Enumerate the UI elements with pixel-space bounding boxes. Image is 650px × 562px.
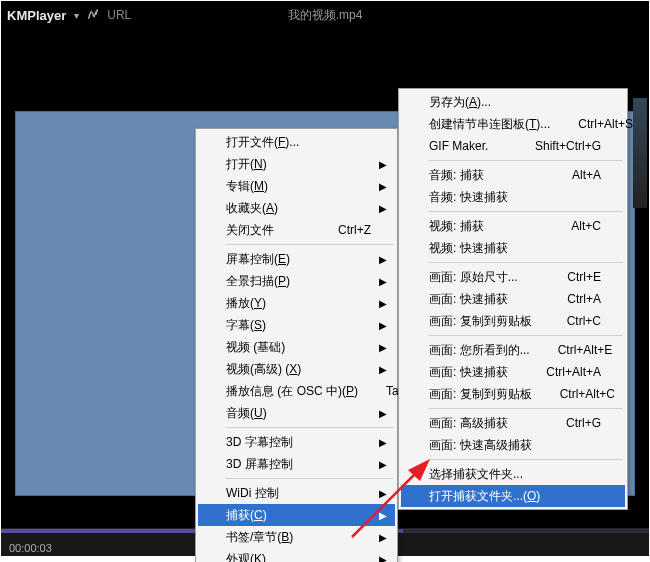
capture-menu-item-12[interactable]: 画面: 复制到剪贴板Ctrl+C [401,310,625,332]
main-menu-item-18[interactable]: WiDi 控制▶ [198,482,395,504]
menu-item-shortcut: Ctrl+Alt+E [530,343,613,357]
submenu-arrow-icon: ▶ [379,437,387,448]
capture-menu-item-8[interactable]: 视频: 快速捕获 [401,237,625,259]
main-menu-item-15[interactable]: 3D 字幕控制▶ [198,431,395,453]
submenu-arrow-icon: ▶ [379,364,387,375]
capture-menu-item-4[interactable]: 音频: 捕获Alt+A [401,164,625,186]
submenu-arrow-icon: ▶ [379,532,387,543]
capture-menu-item-7[interactable]: 视频: 捕获Alt+C [401,215,625,237]
menu-item-label: GIF Maker. [429,139,488,153]
menu-item-label: 字幕(S) [226,317,266,334]
main-menu-item-9[interactable]: 字幕(S)▶ [198,314,395,336]
context-menu-capture: 另存为(A)...创建情节串连图板(T)...Ctrl+Alt+SGIF Mak… [398,88,628,510]
capture-menu-item-21[interactable]: 选择捕获文件夹... [401,463,625,485]
menu-item-shortcut: Alt+C [543,219,601,233]
submenu-arrow-icon: ▶ [379,203,387,214]
capture-menu-item-1[interactable]: 创建情节串连图板(T)...Ctrl+Alt+S [401,113,625,135]
main-menu-item-4[interactable]: 关闭文件Ctrl+Z [198,219,395,241]
submenu-arrow-icon: ▶ [379,159,387,170]
main-menu-item-2[interactable]: 专辑(M)▶ [198,175,395,197]
capture-menu-item-19[interactable]: 画面: 快速高级捕获 [401,434,625,456]
menu-item-shortcut: Ctrl+Alt+A [518,365,601,379]
main-menu-item-0[interactable]: 打开文件(F)... [198,131,395,153]
main-menu-item-8[interactable]: 播放(Y)▶ [198,292,395,314]
capture-menu-item-10[interactable]: 画面: 原始尺寸...Ctrl+E [401,266,625,288]
main-menu-item-19[interactable]: 捕获(C)▶ [198,504,395,526]
capture-menu-item-11[interactable]: 画面: 快速捕获Ctrl+A [401,288,625,310]
menu-item-label: 音频: 快速捕获 [429,189,508,206]
menu-item-label: 专辑(M) [226,178,268,195]
submenu-arrow-icon: ▶ [379,276,387,287]
menu-item-label: 3D 屏幕控制 [226,456,293,473]
capture-menu-item-15[interactable]: 画面: 快速捕获Ctrl+Alt+A [401,361,625,383]
menu-item-shortcut: Ctrl+C [539,314,601,328]
menu-item-shortcut: Ctrl+G [538,416,601,430]
main-menu-item-12[interactable]: 播放信息 (在 OSC 中)(P)Tab [198,380,395,402]
dropdown-arrow-icon[interactable]: ▾ [74,10,79,21]
main-menu-item-21[interactable]: 外观(K)▶ [198,548,395,562]
capture-menu-item-18[interactable]: 画面: 高级捕获Ctrl+G [401,412,625,434]
menu-item-label: 播放信息 (在 OSC 中)(P) [226,383,358,400]
titlebar: KMPlayer ▾ 🗲 URL 我的视频.mp4 [1,1,649,29]
capture-menu-separator [429,211,623,212]
main-menu-separator [226,478,393,479]
menu-item-shortcut: Ctrl+Alt+C [532,387,615,401]
capture-menu-item-2[interactable]: GIF Maker.Shift+Ctrl+G [401,135,625,157]
menu-item-label: 收藏夹(A) [226,200,278,217]
app-logo: KMPlayer [7,8,66,23]
submenu-arrow-icon: ▶ [379,181,387,192]
capture-menu-separator [429,262,623,263]
capture-menu-item-22[interactable]: 打开捕获文件夹...(O) [401,485,625,507]
submenu-arrow-icon: ▶ [379,488,387,499]
menu-item-label: 画面: 原始尺寸... [429,269,518,286]
menu-item-label: 画面: 快速捕获 [429,364,508,381]
main-menu-item-6[interactable]: 屏幕控制(E)▶ [198,248,395,270]
menu-item-label: 视频: 捕获 [429,218,484,235]
capture-menu-item-5[interactable]: 音频: 快速捕获 [401,186,625,208]
capture-menu-separator [429,408,623,409]
menu-item-label: 打开捕获文件夹...(O) [429,488,540,505]
context-menu-main: 打开文件(F)...打开(N)▶专辑(M)▶收藏夹(A)▶关闭文件Ctrl+Z屏… [195,128,398,562]
menu-item-label: 打开文件(F)... [226,134,299,151]
main-menu-separator [226,427,393,428]
submenu-arrow-icon: ▶ [379,320,387,331]
menu-item-label: 3D 字幕控制 [226,434,293,451]
menu-item-label: 关闭文件 [226,222,274,239]
submenu-arrow-icon: ▶ [379,254,387,265]
menu-item-label: 捕获(C) [226,507,267,524]
menu-item-label: 画面: 复制到剪贴板 [429,313,532,330]
main-menu-item-10[interactable]: 视频 (基础)▶ [198,336,395,358]
menu-item-label: 画面: 复制到剪贴板 [429,386,532,403]
main-menu-item-11[interactable]: 视频(高级) (X)▶ [198,358,395,380]
capture-menu-item-14[interactable]: 画面: 您所看到的...Ctrl+Alt+E [401,339,625,361]
capture-menu-separator [429,160,623,161]
menu-item-label: 音频: 捕获 [429,167,484,184]
window-title: 我的视频.mp4 [288,7,363,24]
menu-item-label: 视频 (基础) [226,339,285,356]
menu-item-shortcut: Ctrl+A [539,292,601,306]
main-menu-item-13[interactable]: 音频(U)▶ [198,402,395,424]
main-menu-item-3[interactable]: 收藏夹(A)▶ [198,197,395,219]
menu-item-label: 书签/章节(B) [226,529,293,546]
main-menu-item-16[interactable]: 3D 屏幕控制▶ [198,453,395,475]
menu-item-label: 视频: 快速捕获 [429,240,508,257]
menu-item-shortcut: Ctrl+Z [310,223,371,237]
menu-item-label: 外观(K) [226,551,266,563]
submenu-arrow-icon: ▶ [379,459,387,470]
submenu-arrow-icon: ▶ [379,342,387,353]
menu-item-label: 全景扫描(P) [226,273,290,290]
menu-item-label: 播放(Y) [226,295,266,312]
main-menu-item-7[interactable]: 全景扫描(P)▶ [198,270,395,292]
menu-item-label: 打开(N) [226,156,267,173]
main-menu-item-1[interactable]: 打开(N)▶ [198,153,395,175]
lightning-icon[interactable]: 🗲 [87,8,99,22]
url-label[interactable]: URL [107,8,131,22]
menu-item-shortcut: Alt+A [544,168,601,182]
menu-item-label: 画面: 高级捕获 [429,415,508,432]
submenu-arrow-icon: ▶ [379,510,387,521]
capture-menu-item-0[interactable]: 另存为(A)... [401,91,625,113]
capture-menu-item-16[interactable]: 画面: 复制到剪贴板Ctrl+Alt+C [401,383,625,405]
main-menu-item-20[interactable]: 书签/章节(B)▶ [198,526,395,548]
menu-item-label: 画面: 您所看到的... [429,342,530,359]
menu-item-label: 音频(U) [226,405,267,422]
